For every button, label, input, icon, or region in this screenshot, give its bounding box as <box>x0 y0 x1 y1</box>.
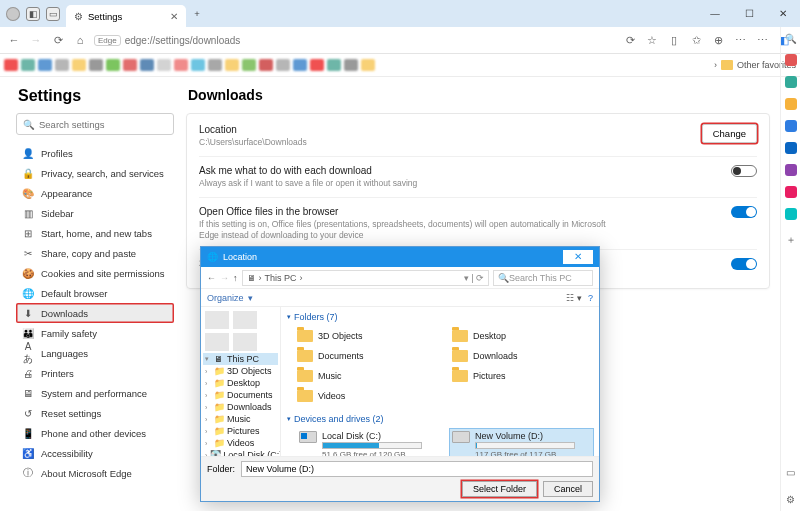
gear-icon: ⚙ <box>74 11 83 22</box>
rail-icon[interactable] <box>785 98 797 110</box>
sidebar-item-reset-settings[interactable]: ↺Reset settings <box>16 403 174 423</box>
nav-home-button[interactable]: ⌂ <box>72 34 88 46</box>
dialog-close-button[interactable]: ✕ <box>563 250 593 264</box>
sidebar-item-cookies-and-site-permissions[interactable]: 🍪Cookies and site permissions <box>16 263 174 283</box>
rail-settings-icon[interactable]: ▭ <box>786 467 795 478</box>
split-icon[interactable]: ▯ <box>664 34 684 47</box>
rail-add-icon[interactable]: ＋ <box>786 234 796 247</box>
rail-icon[interactable] <box>785 142 797 154</box>
profile-avatar-icon[interactable] <box>6 7 20 21</box>
folder-name-input[interactable] <box>241 461 593 477</box>
folders-group-header[interactable]: ▾Folders (7) <box>287 309 593 325</box>
workspaces-icon[interactable]: ◧ <box>26 7 40 21</box>
dialog-back-button[interactable]: ← <box>207 273 216 283</box>
sidebar-item-languages[interactable]: AあLanguages <box>16 343 174 363</box>
sidebar-item-appearance[interactable]: 🎨Appearance <box>16 183 174 203</box>
dialog-nav-tree: ▾🖥This PC›📁3D Objects›📁Desktop›📁Document… <box>201 307 281 456</box>
url-display[interactable]: Edge edge://settings/downloads <box>94 35 614 46</box>
rail-icon[interactable] <box>785 54 797 66</box>
view-mode-button[interactable]: ☷ ▾ <box>566 293 582 303</box>
office-toggle[interactable] <box>731 206 757 218</box>
tree-item[interactable]: ›📁Pictures <box>203 425 278 437</box>
rail-icon[interactable] <box>785 76 797 88</box>
nav-forward-button[interactable]: → <box>28 34 44 46</box>
sidebar-item-share-copy-and-paste[interactable]: ✂Share, copy and paste <box>16 243 174 263</box>
select-folder-button[interactable]: Select Folder <box>462 481 537 497</box>
help-button[interactable]: ? <box>588 293 593 303</box>
sidebar-item-printers[interactable]: 🖨Printers <box>16 363 174 383</box>
dialog-search[interactable]: 🔍 Search This PC <box>493 270 593 286</box>
new-tab-button[interactable]: + <box>186 0 208 27</box>
tab-close-icon[interactable]: ✕ <box>170 11 178 22</box>
tree-item[interactable]: ›📁Downloads <box>203 401 278 413</box>
sidebar-item-accessibility[interactable]: ♿Accessibility <box>16 443 174 463</box>
app-menu-icon[interactable]: ⋯ <box>752 34 772 47</box>
nav-item-icon: 📱 <box>22 428 34 439</box>
folder-item[interactable]: Pictures <box>452 367 593 385</box>
tree-item[interactable]: ›📁3D Objects <box>203 365 278 377</box>
change-location-button[interactable]: Change <box>702 124 757 143</box>
tree-item[interactable]: ›💽Local Disk (C:) <box>203 449 278 456</box>
nav-item-label: Phone and other devices <box>41 428 146 439</box>
sidebar-item-privacy-search-and-services[interactable]: 🔒Privacy, search, and services <box>16 163 174 183</box>
rail-icon[interactable] <box>785 164 797 176</box>
dialog-breadcrumb[interactable]: 🖥 › This PC › ▾ | ⟳ <box>242 270 490 286</box>
extensions-icon[interactable]: ⋯ <box>730 34 750 47</box>
nav-item-label: Accessibility <box>41 448 93 459</box>
organize-menu[interactable]: Organize <box>207 293 244 303</box>
window-maximize-button[interactable]: ☐ <box>732 0 766 27</box>
search-icon: 🔍 <box>498 273 509 283</box>
folder-item[interactable]: Music <box>297 367 438 385</box>
star-icon[interactable]: ☆ <box>642 34 662 47</box>
search-rail-icon[interactable]: 🔍 <box>785 33 797 44</box>
settings-search[interactable]: 🔍 <box>16 113 174 135</box>
tree-item[interactable]: ▾🖥This PC <box>203 353 278 365</box>
sidebar-item-family-safety[interactable]: 👪Family safety <box>16 323 174 343</box>
ask-each-toggle[interactable] <box>731 165 757 177</box>
nav-item-icon: ♿ <box>22 448 34 459</box>
window-close-button[interactable]: ✕ <box>766 0 800 27</box>
nav-item-label: Share, copy and paste <box>41 248 136 259</box>
folder-item[interactable]: Videos <box>297 387 438 405</box>
settings-search-input[interactable] <box>39 119 167 130</box>
tree-item[interactable]: ›📁Documents <box>203 389 278 401</box>
tree-item[interactable]: ›📁Desktop <box>203 377 278 389</box>
folder-item[interactable]: Documents <box>297 347 438 365</box>
browser-tab-settings[interactable]: ⚙ Settings ✕ <box>66 5 186 27</box>
rail-gear-icon[interactable]: ⚙ <box>786 494 795 505</box>
sidebar-item-profiles[interactable]: 👤Profiles <box>16 143 174 163</box>
nav-refresh-button[interactable]: ⟳ <box>50 34 66 47</box>
search-icon: 🔍 <box>23 119 35 130</box>
sidebar-item-default-browser[interactable]: 🌐Default browser <box>16 283 174 303</box>
dialog-forward-button[interactable]: → <box>220 273 229 283</box>
sidebar-item-system-and-performance[interactable]: 🖥System and performance <box>16 383 174 403</box>
nav-back-button[interactable]: ← <box>6 34 22 46</box>
sidebar-item-downloads[interactable]: ⬇Downloads <box>16 303 174 323</box>
sidebar-item-phone-and-other-devices[interactable]: 📱Phone and other devices <box>16 423 174 443</box>
dialog-titlebar[interactable]: 🌐 Location ✕ <box>201 247 599 267</box>
sidebar-item-about-microsoft-edge[interactable]: ⓘAbout Microsoft Edge <box>16 463 174 483</box>
rail-icon[interactable] <box>785 120 797 132</box>
drives-group-header[interactable]: ▾Devices and drives (2) <box>287 411 593 427</box>
collections-icon[interactable]: ⊕ <box>708 34 728 47</box>
rail-icon[interactable] <box>785 208 797 220</box>
tab-actions-icon[interactable]: ▭ <box>46 7 60 21</box>
sync-icon[interactable]: ⟳ <box>620 34 640 47</box>
sidebar-item-start-home-and-new-tabs[interactable]: ⊞Start, home, and new tabs <box>16 223 174 243</box>
dialog-up-button[interactable]: ↑ <box>233 273 238 283</box>
favorites-icon[interactable]: ✩ <box>686 34 706 47</box>
tree-item[interactable]: ›📁Videos <box>203 437 278 449</box>
window-minimize-button[interactable]: — <box>698 0 732 27</box>
drive-item[interactable]: Local Disk (C:)51.6 GB free of 120 GB <box>297 429 440 456</box>
sidebar-item-sidebar[interactable]: ▥Sidebar <box>16 203 174 223</box>
cancel-button[interactable]: Cancel <box>543 481 593 497</box>
folder-item[interactable]: 3D Objects <box>297 327 438 345</box>
nav-item-icon: 🖥 <box>22 388 34 399</box>
rail-icon[interactable] <box>785 186 797 198</box>
folder-item[interactable]: Downloads <box>452 347 593 365</box>
tree-item[interactable]: ›📁Music <box>203 413 278 425</box>
showmenu-toggle[interactable] <box>731 258 757 270</box>
nav-item-label: Default browser <box>41 288 108 299</box>
folder-item[interactable]: Desktop <box>452 327 593 345</box>
drive-item[interactable]: New Volume (D:)117 GB free of 117 GB <box>450 429 593 456</box>
